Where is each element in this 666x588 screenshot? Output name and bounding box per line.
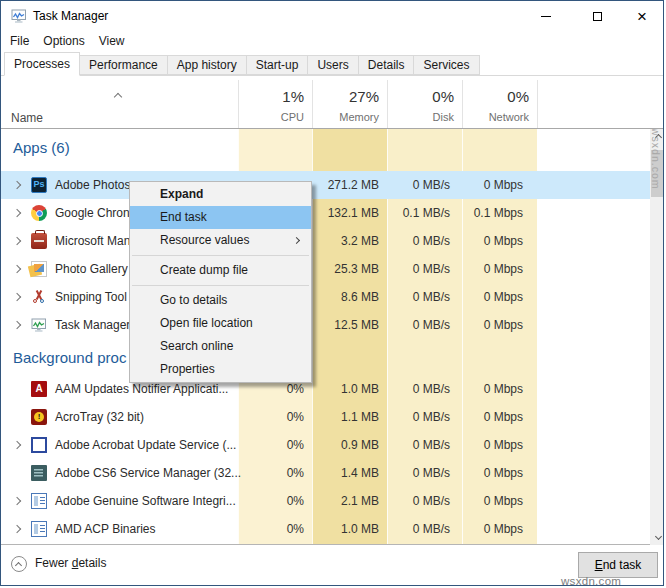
process-name: AcroTray (32 bit) <box>55 403 144 431</box>
expand-chevron-icon[interactable] <box>13 265 21 273</box>
process-row-adobe-acrobat-update-service[interactable]: Adobe Acrobat Update Service (...0%0.9 M… <box>1 431 650 459</box>
menu-item-end-task[interactable]: End task <box>130 206 311 229</box>
tab-processes[interactable]: Processes <box>4 52 80 76</box>
menu-file[interactable]: File <box>10 31 29 51</box>
watermark: wsxdn.com <box>561 575 621 586</box>
process-name: Task Manager <box>55 311 130 339</box>
title-bar[interactable]: Task Manager × <box>1 1 663 31</box>
column-label: CPU <box>281 111 304 123</box>
menu-item-properties[interactable]: Properties <box>130 358 311 381</box>
process-row-snipping-tool[interactable]: Snipping Tool8.6 MB0 MB/s0 Mbps <box>1 283 650 311</box>
process-row-microsoft-man[interactable]: Microsoft Man3.2 MB0 MB/s0 Mbps <box>1 227 650 255</box>
window-title: Task Manager <box>33 1 108 31</box>
menu-item-search-online[interactable]: Search online <box>130 335 311 358</box>
process-name: Microsoft Man <box>55 227 130 255</box>
footer: Fewer details End task wsxdn.com <box>1 546 663 586</box>
process-row-google-chron[interactable]: Google Chron132.1 MB0.1 MB/s0.1 Mbps <box>1 199 650 227</box>
network-value: 0 Mbps <box>462 283 523 311</box>
close-icon: × <box>637 8 647 25</box>
process-row-adobe-cs6-service-manager-32[interactable]: Adobe CS6 Service Manager (32...0%1.4 MB… <box>1 459 650 487</box>
memory-value: 1.1 MB <box>312 403 379 431</box>
menu-item-expand[interactable]: Expand <box>130 183 311 206</box>
expand-chevron-icon[interactable] <box>13 181 21 189</box>
disk-value: 0 MB/s <box>387 431 450 459</box>
network-value: 0 Mbps <box>462 255 523 283</box>
memory-value: 132.1 MB <box>312 199 379 227</box>
maximize-button[interactable] <box>580 1 614 31</box>
scrollbar[interactable] <box>650 129 664 545</box>
network-value: 0 Mbps <box>462 487 523 515</box>
memory-value: 2.1 MB <box>312 487 379 515</box>
menu-options[interactable]: Options <box>43 31 84 51</box>
network-value: 0.1 Mbps <box>462 199 523 227</box>
menu-item-resource-values[interactable]: Resource values <box>130 229 311 252</box>
disk-value: 0 MB/s <box>387 403 450 431</box>
task-manager-icon <box>11 8 27 24</box>
fewer-details-label: Fewer details <box>35 556 106 570</box>
network-value: 0 Mbps <box>462 403 523 431</box>
group-header-background-proc[interactable]: Background proc <box>13 347 126 369</box>
group-header-apps-6[interactable]: Apps (6) <box>13 137 70 159</box>
tab-bar: ProcessesPerformanceApp historyStart-upU… <box>1 51 663 76</box>
network-value: 0 Mbps <box>462 171 523 199</box>
sort-ascending-icon <box>114 93 122 101</box>
column-percent: 27% <box>349 88 379 105</box>
task-manager-window: Task Manager × FileOptionsView Processes… <box>0 0 664 586</box>
network-value: 0 Mbps <box>462 459 523 487</box>
expand-chevron-icon[interactable] <box>13 237 21 245</box>
tab-services[interactable]: Services <box>413 55 479 75</box>
gallery-icon <box>31 261 47 277</box>
expand-chevron-icon[interactable] <box>13 209 21 217</box>
column-network[interactable]: 0%Network <box>462 88 537 128</box>
cpu-value: 0% <box>238 487 304 515</box>
cs6-icon <box>31 465 47 481</box>
network-value: 0 Mbps <box>462 515 523 543</box>
process-name: Adobe CS6 Service Manager (32... <box>55 459 241 487</box>
disk-value: 0 MB/s <box>387 375 450 403</box>
memory-value: 1.0 MB <box>312 515 379 543</box>
tab-details[interactable]: Details <box>358 55 415 75</box>
process-row-amd-acp-binaries[interactable]: AMD ACP Binaries0%1.0 MB0 MB/s0 Mbps <box>1 515 650 543</box>
scroll-down-button[interactable] <box>650 528 664 545</box>
memory-value: 3.2 MB <box>312 227 379 255</box>
process-row-adobe-photos[interactable]: PsAdobe Photos271.2 MB0 MB/s0 Mbps <box>1 171 650 199</box>
memory-value: 12.5 MB <box>312 311 379 339</box>
process-row-task-manager[interactable]: Task Manager12.5 MB0 MB/s0 Mbps <box>1 311 650 339</box>
maximize-icon <box>593 12 602 21</box>
expand-chevron-icon[interactable] <box>13 525 21 533</box>
minimize-button[interactable] <box>529 1 563 31</box>
close-button[interactable]: × <box>625 1 659 31</box>
menu-view[interactable]: View <box>99 31 125 51</box>
disk-value: 0 MB/s <box>387 255 450 283</box>
disk-value: 0 MB/s <box>387 459 450 487</box>
taskmgr-icon <box>31 317 47 333</box>
expand-chevron-icon[interactable] <box>13 441 21 449</box>
menu-item-open-file-location[interactable]: Open file location <box>130 312 311 335</box>
disk-value: 0 MB/s <box>387 283 450 311</box>
menu-bar: FileOptionsView <box>1 31 663 51</box>
tab-start-up[interactable]: Start-up <box>246 55 309 75</box>
menu-item-create-dump-file[interactable]: Create dump file <box>130 259 311 282</box>
disk-value: 0 MB/s <box>387 171 450 199</box>
column-memory[interactable]: 27%Memory <box>312 88 387 128</box>
column-name[interactable]: Name <box>11 111 43 125</box>
column-cpu[interactable]: 1%CPU <box>238 88 312 128</box>
tab-app-history[interactable]: App history <box>167 55 247 75</box>
process-row-aam-updates-notifier-applicati[interactable]: AAAM Updates Notifier Applicati...0%1.0 … <box>1 375 650 403</box>
expand-chevron-icon[interactable] <box>13 497 21 505</box>
process-table: Apps (6)PsAdobe Photos271.2 MB0 MB/s0 Mb… <box>1 129 663 545</box>
tab-users[interactable]: Users <box>307 55 358 75</box>
process-row-acrotray-32-bit[interactable]: !AcroTray (32 bit)0%1.1 MB0 MB/s0 Mbps <box>1 403 650 431</box>
expand-chevron-icon[interactable] <box>13 293 21 301</box>
tab-performance[interactable]: Performance <box>79 55 168 75</box>
expand-chevron-icon[interactable] <box>13 321 21 329</box>
menu-item-go-to-details[interactable]: Go to details <box>130 289 311 312</box>
process-name: Photo Gallery <box>55 255 128 283</box>
column-disk[interactable]: 0%Disk <box>387 88 462 128</box>
process-name: Adobe Genuine Software Integri... <box>55 487 236 515</box>
process-row-adobe-genuine-software-integri[interactable]: Adobe Genuine Software Integri...0%2.1 M… <box>1 487 650 515</box>
process-row-photo-gallery[interactable]: Photo Gallery25.3 MB0 MB/s0 Mbps <box>1 255 650 283</box>
memory-value: 1.0 MB <box>312 375 379 403</box>
outline-icon <box>31 437 47 453</box>
submenu-arrow-icon <box>293 237 300 244</box>
